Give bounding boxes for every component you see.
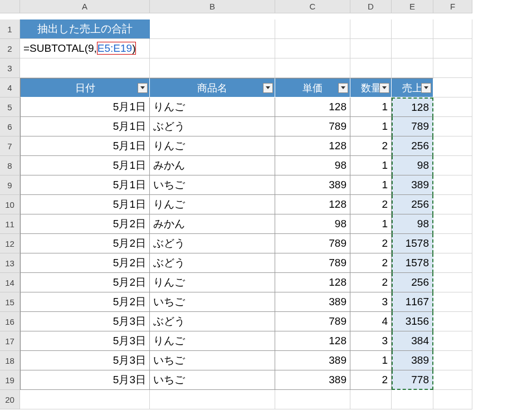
cell-date-19[interactable]: 5月3日 [20,370,150,390]
row-header-10[interactable]: 10 [0,195,20,214]
row-header-17[interactable]: 17 [0,331,20,351]
row-header-14[interactable]: 14 [0,273,20,292]
cell-e2[interactable] [392,39,433,58]
row-header-19[interactable]: 19 [0,370,20,390]
cell-f13[interactable] [433,253,472,273]
row-header-13[interactable]: 13 [0,253,20,273]
cell-a3[interactable] [20,58,150,78]
table-header-product[interactable]: 商品名 [150,78,275,97]
cell-sales-19[interactable]: 778 [392,370,433,390]
cell-date-7[interactable]: 5月1日 [20,136,150,156]
filter-dropdown-icon[interactable] [263,83,273,93]
cell-f6[interactable] [433,117,472,136]
cell-d2[interactable] [350,39,392,58]
cell-qty-13[interactable]: 2 [350,253,392,273]
cell-qty-8[interactable]: 1 [350,156,392,175]
cell-product-13[interactable]: ぶどう [150,253,275,273]
cell-product-8[interactable]: みかん [150,156,275,175]
filter-dropdown-icon[interactable] [138,83,148,93]
column-header-e[interactable]: E [392,0,433,13]
select-all-corner[interactable] [0,0,20,13]
cell-qty-18[interactable]: 1 [350,351,392,370]
cell-product-12[interactable]: ぶどう [150,234,275,253]
cell-f3[interactable] [433,58,472,78]
cell-unit-price-13[interactable]: 789 [275,253,350,273]
row-header-7[interactable]: 7 [0,136,20,156]
cell-sales-18[interactable]: 389 [392,351,433,370]
table-header-sales[interactable]: 売上 [392,78,433,97]
cell-b2[interactable] [150,39,275,58]
cell-f16[interactable] [433,312,472,331]
cell-product-18[interactable]: いちご [150,351,275,370]
cell-f19[interactable] [433,370,472,390]
cell-sales-5[interactable]: 128 [392,97,433,117]
cell-date-12[interactable]: 5月2日 [20,234,150,253]
cell-product-10[interactable]: りんご [150,195,275,214]
cell-sales-9[interactable]: 389 [392,175,433,195]
cell-unit-price-15[interactable]: 389 [275,292,350,312]
cell-c3[interactable] [275,58,350,78]
cell-f7[interactable] [433,136,472,156]
cell-qty-6[interactable]: 1 [350,117,392,136]
cell-b20[interactable] [150,390,275,409]
cell-qty-5[interactable]: 1 [350,97,392,117]
cell-unit-price-6[interactable]: 789 [275,117,350,136]
cell-date-8[interactable]: 5月1日 [20,156,150,175]
cell-product-11[interactable]: みかん [150,214,275,234]
cell-sales-8[interactable]: 98 [392,156,433,175]
cell-unit-price-7[interactable]: 128 [275,136,350,156]
cell-unit-price-8[interactable]: 98 [275,156,350,175]
cell-f9[interactable] [433,175,472,195]
cell-unit-price-9[interactable]: 389 [275,175,350,195]
cell-c20[interactable] [275,390,350,409]
cell-f18[interactable] [433,351,472,370]
cell-sales-10[interactable]: 256 [392,195,433,214]
row-header-6[interactable]: 6 [0,117,20,136]
cell-f15[interactable] [433,292,472,312]
column-header-c[interactable]: C [275,0,350,13]
cell-e3[interactable] [392,58,433,78]
cell-qty-15[interactable]: 3 [350,292,392,312]
table-header-qty[interactable]: 数量 [350,78,392,97]
cell-f17[interactable] [433,331,472,351]
cell-d1[interactable] [350,19,392,39]
column-header-a[interactable]: A [20,0,150,13]
row-header-15[interactable]: 15 [0,292,20,312]
cell-product-5[interactable]: りんご [150,97,275,117]
row-header-1[interactable]: 1 [0,19,20,39]
cell-a20[interactable] [20,390,150,409]
cell-e20[interactable] [392,390,433,409]
cell-unit-price-12[interactable]: 789 [275,234,350,253]
cell-product-6[interactable]: ぶどう [150,117,275,136]
cell-qty-14[interactable]: 2 [350,273,392,292]
cell-date-13[interactable]: 5月2日 [20,253,150,273]
row-header-11[interactable]: 11 [0,214,20,234]
cell-unit-price-5[interactable]: 128 [275,97,350,117]
cell-unit-price-14[interactable]: 128 [275,273,350,292]
cell-date-9[interactable]: 5月1日 [20,175,150,195]
cell-unit-price-19[interactable]: 389 [275,370,350,390]
cell-f12[interactable] [433,234,472,253]
formula-cell-a2[interactable]: =SUBTOTAL(9,E5:E19) [20,39,150,58]
row-header-16[interactable]: 16 [0,312,20,331]
cell-sales-16[interactable]: 3156 [392,312,433,331]
cell-date-5[interactable]: 5月1日 [20,97,150,117]
row-header-5[interactable]: 5 [0,97,20,117]
cell-product-9[interactable]: いちご [150,175,275,195]
row-header-20[interactable]: 20 [0,390,20,409]
cell-unit-price-17[interactable]: 128 [275,331,350,351]
cell-product-15[interactable]: いちご [150,292,275,312]
cell-b3[interactable] [150,58,275,78]
cell-f14[interactable] [433,273,472,292]
cell-f8[interactable] [433,156,472,175]
cell-product-7[interactable]: りんご [150,136,275,156]
column-header-d[interactable]: D [350,0,392,13]
row-header-12[interactable]: 12 [0,234,20,253]
cell-f2[interactable] [433,39,472,58]
cell-sales-6[interactable]: 789 [392,117,433,136]
cell-qty-9[interactable]: 1 [350,175,392,195]
cell-sales-15[interactable]: 1167 [392,292,433,312]
cell-unit-price-18[interactable]: 389 [275,351,350,370]
cell-f5[interactable] [433,97,472,117]
filter-dropdown-icon[interactable] [338,83,348,93]
